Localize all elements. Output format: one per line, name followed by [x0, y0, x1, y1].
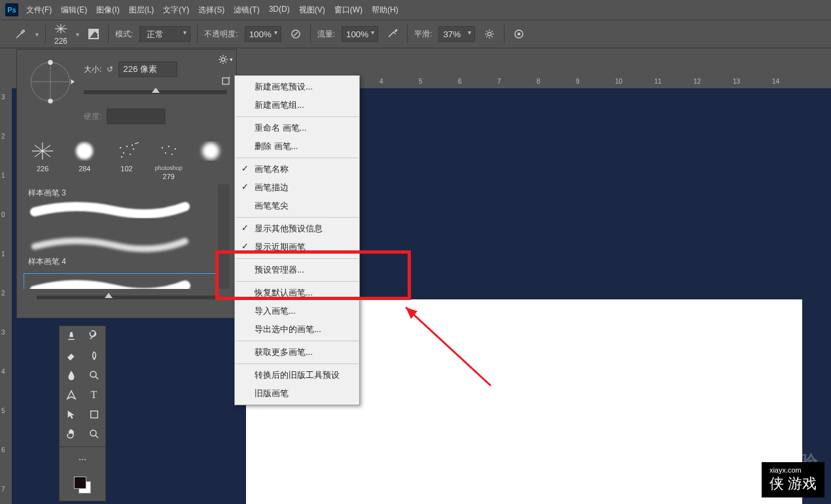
brush-thumb[interactable]: 284: [65, 139, 103, 180]
flow-input[interactable]: [342, 26, 378, 42]
ctx-item[interactable]: 预设管理器...: [235, 261, 359, 279]
ctx-item[interactable]: 显示其他预设信息: [235, 220, 359, 238]
ctx-item[interactable]: 画笔笔尖: [235, 197, 359, 215]
ctx-item[interactable]: 导出选中的画笔...: [235, 320, 359, 339]
svg-point-0: [22, 30, 24, 32]
vertical-ruler: 32101234567: [0, 76, 12, 504]
svg-marker-19: [71, 79, 75, 84]
watermark-xiayx: xiayx.com 侠 游戏: [762, 462, 824, 497]
mode-select[interactable]: 正常: [139, 26, 190, 42]
ctx-item[interactable]: 重命名 画笔...: [235, 119, 359, 137]
brush-preset-panel: ▾ 大小: ↺ 硬度: 226284102photoshop279 样本画笔 3…: [16, 49, 237, 318]
symmetry-icon[interactable]: [511, 26, 527, 42]
panel-pin-icon[interactable]: [219, 75, 232, 88]
flow-label: 流量:: [317, 29, 335, 40]
brush-list[interactable]: 样本画笔 3样本画笔 4样本画笔 5: [24, 184, 230, 289]
brush-thumb[interactable]: photoshop279: [150, 139, 188, 180]
brush-settings-icon[interactable]: [86, 26, 101, 42]
shape-tool[interactable]: [82, 405, 105, 424]
opacity-input[interactable]: [245, 26, 281, 42]
color-swatches[interactable]: [60, 469, 105, 501]
svg-point-35: [175, 148, 176, 150]
tool-preset-icon[interactable]: [13, 26, 29, 42]
scrollbar[interactable]: [218, 184, 230, 289]
opacity-pressure-icon[interactable]: [288, 26, 304, 42]
menu-3D(D)[interactable]: 3D(D): [265, 2, 294, 18]
dodge-tool[interactable]: [82, 365, 105, 385]
mode-label: 模式:: [115, 29, 133, 40]
brush-list-item[interactable]: 样本画笔 5: [24, 273, 230, 289]
brush-preset-picker[interactable]: 226: [52, 22, 69, 46]
svg-point-37: [171, 154, 173, 155]
ctx-item[interactable]: 恢复默认画笔...: [235, 284, 359, 302]
svg-point-38: [202, 143, 219, 160]
pen-tool[interactable]: [60, 385, 82, 405]
history-brush-tool[interactable]: [82, 326, 105, 346]
menu-文件(F)[interactable]: 文件(F): [22, 2, 56, 18]
ctx-item[interactable]: 旧版画笔: [235, 384, 359, 403]
eraser-tool[interactable]: [60, 346, 82, 365]
ctx-item[interactable]: 转换后的旧版工具预设: [235, 366, 359, 384]
ctx-item[interactable]: 导入画笔...: [235, 302, 359, 320]
menu-bar: 文件(F)编辑(E)图像(I)图层(L)文字(Y)选择(S)滤镜(T)3D(D)…: [22, 2, 402, 18]
svg-rect-41: [90, 411, 97, 418]
more-tools[interactable]: ⋯: [60, 450, 105, 469]
svg-point-34: [168, 146, 169, 147]
gradient-tool[interactable]: [82, 346, 105, 365]
tool-panel: T ⋯: [59, 326, 106, 501]
svg-point-8: [396, 29, 397, 31]
brush-size-value: 226: [54, 37, 67, 46]
smooth-input[interactable]: [438, 26, 475, 42]
svg-point-17: [48, 60, 52, 65]
title-bar: Ps 文件(F)编辑(E)图像(I)图层(L)文字(Y)选择(S)滤镜(T)3D…: [0, 0, 831, 20]
menu-编辑(E)[interactable]: 编辑(E): [57, 2, 91, 18]
brush-thumb[interactable]: 226: [24, 139, 62, 180]
ctx-item[interactable]: 获取更多画笔...: [235, 343, 359, 361]
type-tool[interactable]: T: [82, 385, 105, 405]
svg-line-43: [96, 435, 98, 438]
ctx-item[interactable]: 画笔名称: [235, 160, 359, 178]
svg-line-32: [135, 143, 139, 144]
menu-图像(I)[interactable]: 图像(I): [92, 2, 123, 18]
ctx-item[interactable]: 新建画笔组...: [235, 96, 359, 114]
svg-point-36: [165, 152, 166, 154]
svg-point-18: [48, 99, 52, 103]
ctx-item[interactable]: 显示近期画笔: [235, 238, 359, 256]
svg-rect-45: [74, 477, 86, 488]
airbrush-icon[interactable]: [385, 26, 400, 42]
reset-icon[interactable]: ↺: [107, 65, 113, 74]
menu-窗口(W)[interactable]: 窗口(W): [330, 2, 366, 18]
brush-list-item[interactable]: 样本画笔 4: [24, 229, 230, 273]
clone-stamp-tool[interactable]: [60, 326, 82, 346]
menu-帮助(H)[interactable]: 帮助(H): [368, 2, 402, 18]
menu-图层(L)[interactable]: 图层(L): [125, 2, 158, 18]
brush-thumb[interactable]: 102: [107, 139, 145, 180]
size-input[interactable]: [118, 61, 177, 77]
brush-thumb[interactable]: [192, 139, 230, 180]
menu-文字(Y)[interactable]: 文字(Y): [159, 2, 193, 18]
brush-list-item[interactable]: 样本画笔 3: [24, 184, 230, 229]
panel-menu-button[interactable]: ▾: [214, 50, 236, 69]
size-slider[interactable]: [84, 90, 227, 94]
blur-tool[interactable]: [60, 365, 82, 385]
menu-视图(V)[interactable]: 视图(V): [295, 2, 329, 18]
brush-context-menu: 新建画笔预设...新建画笔组...重命名 画笔...删除 画笔...画笔名称画笔…: [234, 75, 360, 405]
svg-point-33: [162, 147, 163, 148]
hand-tool[interactable]: [60, 424, 82, 444]
svg-point-26: [126, 146, 128, 147]
svg-point-28: [123, 152, 124, 154]
zoom-tool[interactable]: [82, 424, 105, 444]
path-select-tool[interactable]: [60, 405, 82, 424]
menu-滤镜(T)[interactable]: 滤镜(T): [230, 2, 263, 18]
svg-point-39: [90, 371, 96, 377]
brush-angle-preview[interactable]: [26, 58, 75, 106]
ctx-item[interactable]: 画笔描边: [235, 178, 359, 197]
svg-line-40: [96, 377, 98, 379]
ctx-item[interactable]: 新建画笔预设...: [235, 78, 359, 96]
smooth-options-icon[interactable]: [482, 26, 497, 42]
thumb-size-slider[interactable]: [37, 295, 217, 299]
svg-point-30: [121, 156, 122, 158]
svg-point-27: [133, 148, 134, 150]
ctx-item[interactable]: 删除 画笔...: [235, 137, 359, 156]
menu-选择(S)[interactable]: 选择(S): [194, 2, 228, 18]
